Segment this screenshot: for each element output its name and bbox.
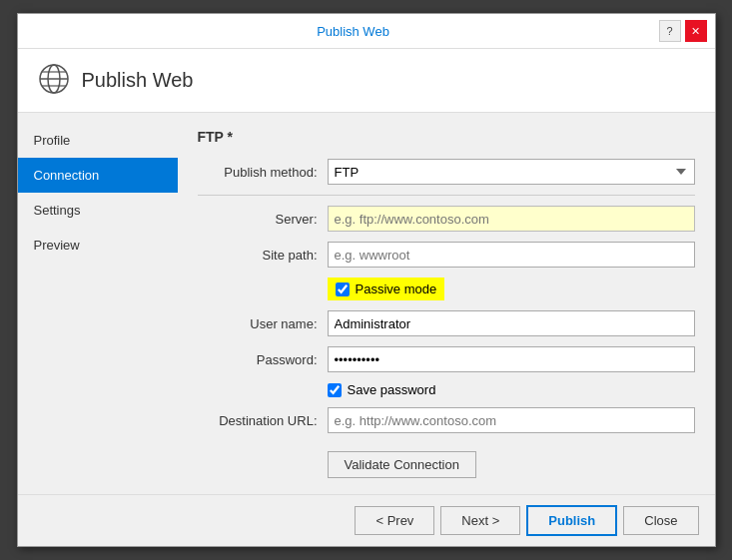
username-row: User name: <box>198 310 695 336</box>
destination-url-label: Destination URL: <box>198 413 328 428</box>
server-row: Server: <box>198 206 695 232</box>
window-close-button[interactable]: ✕ <box>685 20 707 42</box>
site-path-input[interactable] <box>328 242 695 268</box>
passive-mode-label: Passive mode <box>356 281 437 296</box>
close-button[interactable]: Close <box>623 506 698 535</box>
next-button[interactable]: Next > <box>440 506 520 535</box>
sidebar-item-profile[interactable]: Profile <box>18 123 178 158</box>
sidebar: Profile Connection Settings Preview <box>18 113 178 494</box>
passive-mode-checkbox-label[interactable]: Passive mode <box>336 281 437 296</box>
publish-web-dialog: Publish Web ? ✕ Publish Web Profile Conn… <box>17 13 716 547</box>
destination-url-row: Destination URL: <box>198 407 695 433</box>
section-title: FTP * <box>198 129 695 145</box>
help-button[interactable]: ? <box>659 20 681 42</box>
title-bar-controls: ? ✕ <box>659 20 707 42</box>
dialog-footer: < Prev Next > Publish Close <box>18 494 715 546</box>
prev-button[interactable]: < Prev <box>355 506 434 535</box>
passive-mode-row: Passive mode <box>198 278 695 300</box>
dialog-body: Profile Connection Settings Preview FTP … <box>18 113 715 494</box>
save-password-checkbox-label[interactable]: Save password <box>328 382 436 397</box>
publish-method-label: Publish method: <box>198 165 328 180</box>
window-title: Publish Web <box>48 24 659 39</box>
password-label: Password: <box>198 352 328 367</box>
dialog-header-title: Publish Web <box>82 69 194 92</box>
destination-url-input[interactable] <box>328 407 695 433</box>
password-input[interactable] <box>328 346 695 372</box>
dialog-header: Publish Web <box>18 49 715 113</box>
server-label: Server: <box>198 212 328 227</box>
save-password-row: Save password <box>198 382 695 397</box>
sidebar-item-settings[interactable]: Settings <box>18 193 178 228</box>
publish-method-row: Publish method: FTP Web Deploy File Syst… <box>198 159 695 185</box>
save-password-checkbox[interactable] <box>328 383 342 397</box>
publish-button[interactable]: Publish <box>526 505 617 536</box>
publish-method-select[interactable]: FTP Web Deploy File System <box>328 159 695 185</box>
site-path-row: Site path: <box>198 242 695 268</box>
content-area: FTP * Publish method: FTP Web Deploy Fil… <box>178 113 715 494</box>
save-password-label: Save password <box>348 382 436 397</box>
username-input[interactable] <box>328 310 695 336</box>
validate-connection-button[interactable]: Validate Connection <box>328 451 476 478</box>
title-bar: Publish Web ? ✕ <box>18 14 715 49</box>
password-row: Password: <box>198 346 695 372</box>
validate-connection-container: Validate Connection <box>198 443 695 478</box>
sidebar-item-connection[interactable]: Connection <box>18 158 178 193</box>
passive-mode-highlight: Passive mode <box>328 278 445 300</box>
site-path-label: Site path: <box>198 248 328 263</box>
separator-1 <box>198 195 695 196</box>
globe-icon <box>38 63 70 98</box>
username-label: User name: <box>198 316 328 331</box>
passive-mode-checkbox[interactable] <box>336 282 350 296</box>
server-input[interactable] <box>328 206 695 232</box>
sidebar-item-preview[interactable]: Preview <box>18 228 178 263</box>
